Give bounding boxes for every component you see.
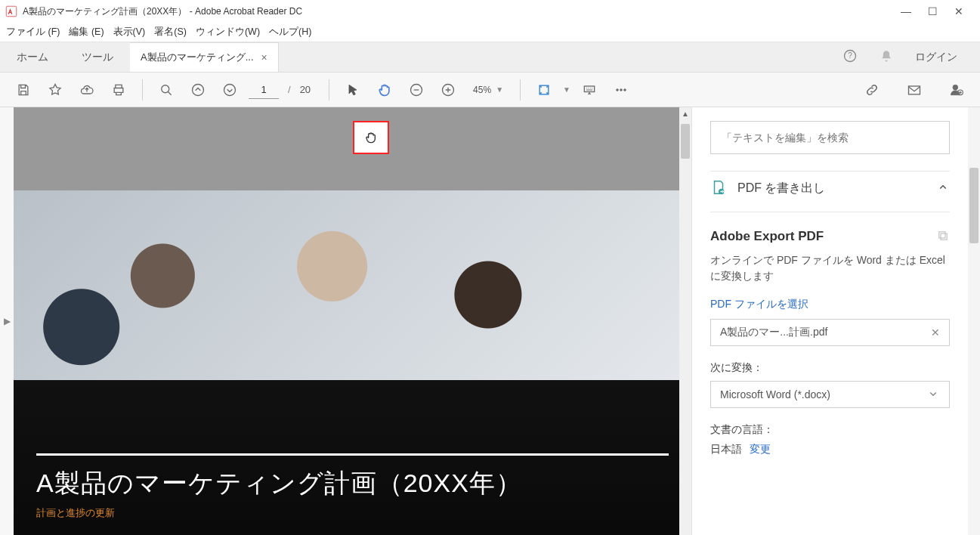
- selected-file-field[interactable]: A製品のマー...計画.pdf ✕: [710, 319, 950, 346]
- window-title: A製品のマーケティング計画（20XX年） - Adobe Acrobat Rea…: [23, 5, 901, 18]
- zoom-level-dropdown[interactable]: 45% ▼: [467, 85, 509, 95]
- svg-point-10: [617, 88, 619, 91]
- dropdown-arrow-icon[interactable]: ▼: [563, 85, 570, 94]
- tab-document[interactable]: A製品のマーケティング... ×: [130, 42, 279, 72]
- selection-cursor-icon[interactable]: [340, 77, 366, 103]
- tab-tools[interactable]: ツール: [65, 42, 130, 72]
- page-up-icon[interactable]: [185, 77, 211, 103]
- app-icon: [5, 5, 18, 18]
- viewer-scrollbar[interactable]: ▲: [679, 107, 691, 535]
- save-icon[interactable]: [11, 77, 36, 103]
- svg-rect-0: [6, 6, 17, 17]
- zoom-out-icon[interactable]: [403, 77, 429, 103]
- chevron-right-icon: ▶: [4, 316, 11, 326]
- svg-rect-9: [584, 86, 594, 92]
- panel-scroll-thumb[interactable]: [969, 168, 978, 243]
- content-area: ▶ A製品のマーケティング計画（20XX年） 計画と進捗の更新 ▲: [0, 107, 980, 535]
- dropdown-arrow-icon: ▼: [496, 85, 503, 94]
- toolbar: / 20 45% ▼ ▼: [0, 73, 980, 107]
- chevron-up-icon: [936, 181, 950, 196]
- viewer-wrap: ▶ A製品のマーケティング計画（20XX年） 計画と進捗の更新 ▲: [0, 107, 691, 535]
- pdf-page: A製品のマーケティング計画（20XX年） 計画と進捗の更新: [14, 190, 691, 535]
- email-icon[interactable]: [901, 77, 927, 103]
- convert-to-label: 次に変換：: [710, 361, 950, 375]
- svg-rect-13: [909, 86, 920, 94]
- menu-window[interactable]: ウィンドウ(W): [196, 26, 260, 39]
- export-service-title: Adobe Export PDF: [710, 229, 824, 244]
- keyboard-input-icon[interactable]: [577, 77, 602, 103]
- document-viewer[interactable]: A製品のマーケティング計画（20XX年） 計画と進捗の更新 ▲: [14, 107, 691, 535]
- svg-point-12: [624, 88, 626, 91]
- share-link-icon[interactable]: [859, 77, 885, 103]
- svg-point-3: [162, 85, 169, 92]
- clear-file-icon[interactable]: ✕: [931, 326, 940, 339]
- title-bar: A製品のマーケティング計画（20XX年） - Adobe Acrobat Rea…: [0, 0, 980, 23]
- menu-help[interactable]: ヘルプ(H): [269, 26, 311, 39]
- svg-rect-17: [941, 233, 947, 240]
- left-gutter-expand[interactable]: ▶: [0, 107, 14, 535]
- tools-search-box[interactable]: [710, 121, 950, 154]
- hand-cursor-highlight: [353, 121, 389, 154]
- document-language-value: 日本語: [710, 443, 742, 455]
- menu-view[interactable]: 表示(V): [113, 26, 146, 39]
- menu-sign[interactable]: 署名(S): [154, 26, 187, 39]
- document-language-label: 文書の言語：: [710, 423, 950, 437]
- menu-file[interactable]: ファイル (F): [6, 26, 60, 39]
- page-total: 20: [300, 84, 311, 95]
- minimize-button[interactable]: —: [901, 5, 911, 17]
- export-pdf-icon: [710, 179, 727, 198]
- svg-point-4: [193, 84, 204, 95]
- svg-rect-18: [939, 232, 945, 238]
- page-number-input[interactable]: [249, 81, 279, 99]
- add-person-icon[interactable]: [944, 77, 969, 103]
- document-subtitle: 計画と進捗の更新: [36, 507, 669, 520]
- toolbar-separator: [520, 79, 521, 101]
- page-hero-image: [14, 190, 691, 380]
- svg-text:?: ?: [848, 51, 852, 60]
- export-pdf-section-header[interactable]: PDF を書き出し: [710, 171, 950, 212]
- menu-bar: ファイル (F) 編集 (E) 表示(V) 署名(S) ウィンドウ(W) ヘルプ…: [0, 23, 980, 42]
- login-button[interactable]: ログイン: [915, 51, 957, 64]
- chevron-down-icon: [926, 387, 940, 403]
- tools-panel: PDF を書き出し Adobe Export PDF オンラインで PDF ファ…: [691, 107, 980, 535]
- convert-format-value: Microsoft Word (*.docx): [720, 388, 830, 400]
- notification-bell-icon[interactable]: [879, 48, 894, 66]
- scroll-up-arrow-icon[interactable]: ▲: [682, 107, 689, 119]
- document-title: A製品のマーケティング計画（20XX年）: [36, 466, 669, 501]
- tab-strip: ホーム ツール A製品のマーケティング... × ? ログイン: [0, 42, 980, 73]
- copy-icon[interactable]: [936, 229, 950, 245]
- hand-tool-icon[interactable]: [372, 77, 397, 103]
- change-language-link[interactable]: 変更: [750, 443, 771, 455]
- svg-point-14: [953, 85, 958, 90]
- zoom-in-icon[interactable]: [435, 77, 461, 103]
- fit-page-icon[interactable]: [531, 77, 557, 103]
- star-icon[interactable]: [42, 77, 68, 103]
- svg-point-5: [224, 84, 236, 95]
- menu-edit[interactable]: 編集 (E): [69, 26, 104, 39]
- more-tools-icon[interactable]: [608, 77, 634, 103]
- convert-format-select[interactable]: Microsoft Word (*.docx): [710, 381, 950, 408]
- print-icon[interactable]: [106, 77, 131, 103]
- tab-close-button[interactable]: ×: [261, 51, 267, 63]
- scroll-thumb[interactable]: [681, 124, 690, 159]
- toolbar-separator: [142, 79, 143, 101]
- panel-scrollbar[interactable]: [968, 107, 980, 535]
- tools-search-input[interactable]: [722, 131, 938, 144]
- zoom-value: 45%: [473, 85, 491, 95]
- search-icon[interactable]: [153, 77, 179, 103]
- tab-home[interactable]: ホーム: [0, 42, 65, 72]
- selected-file-name: A製品のマー...計画.pdf: [720, 326, 827, 339]
- toolbar-separator: [329, 79, 329, 101]
- export-description: オンラインで PDF ファイルを Word または Excel に変換します: [710, 252, 950, 284]
- title-divider: [36, 453, 669, 456]
- tab-document-label: A製品のマーケティング...: [141, 51, 254, 64]
- svg-point-11: [620, 88, 623, 91]
- page-separator: /: [288, 84, 291, 95]
- export-pdf-label: PDF を書き出し: [737, 181, 825, 196]
- select-pdf-link[interactable]: PDF ファイルを選択: [710, 298, 808, 311]
- help-icon[interactable]: ?: [842, 48, 858, 66]
- close-button[interactable]: ✕: [954, 5, 963, 17]
- page-down-icon[interactable]: [217, 77, 243, 103]
- maximize-button[interactable]: ☐: [928, 5, 938, 17]
- cloud-upload-icon[interactable]: [74, 77, 100, 103]
